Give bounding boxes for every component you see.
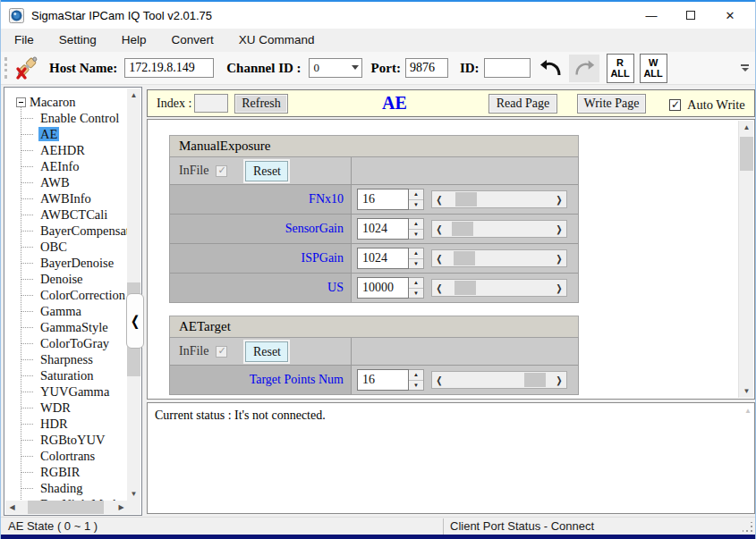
menu-item-setting[interactable]: Setting [47,29,109,52]
infile-checkbox[interactable] [216,346,227,358]
read-all-button[interactable]: R ALL [607,54,634,83]
slider-right-icon[interactable]: ❭ [552,280,566,296]
param-slider[interactable]: ❬❭ [431,371,567,389]
tree-item-rgbir[interactable]: RGBIR [5,464,128,480]
write-page-button[interactable]: Write Page [577,94,646,114]
infile-checkbox[interactable] [216,165,227,177]
tree-item-bayerdenoise[interactable]: BayerDenoise [5,255,128,271]
tree-item-obc[interactable]: OBC [5,239,128,255]
param-value-input[interactable]: 16 [357,369,409,391]
scroll-right-icon[interactable]: ▶ [115,501,128,514]
tree-item-bayercompensation[interactable]: BayerCompensation [5,223,128,239]
spinner-up-icon[interactable]: ▲ [409,219,423,230]
id-input[interactable] [484,58,531,78]
scroll-down-icon[interactable]: ▼ [127,487,140,501]
param-slider[interactable]: ❬❭ [431,249,567,267]
tree-item-yuvgamma[interactable]: YUVGamma [5,383,128,400]
tree-item-shading[interactable]: Shading [5,480,128,496]
panel-collapse-button[interactable]: ❬ [126,293,144,349]
tree-item-ae[interactable]: AE [5,126,128,142]
toolbar-overflow-button[interactable] [741,64,749,72]
auto-write-checkbox[interactable] [669,99,681,111]
toolbar-grip[interactable] [4,57,7,79]
tree-item-saturation[interactable]: Saturation [5,367,128,383]
param-slider[interactable]: ❬❭ [431,190,567,208]
tree-item-rgbtoyuv[interactable]: RGBtoYUV [5,432,128,448]
tree-root-macaron[interactable]: Macaron [5,94,128,110]
tree-item-colortrans[interactable]: Colortrans [5,448,128,464]
slider-thumb[interactable] [524,373,546,387]
param-slider[interactable]: ❬❭ [431,279,567,297]
read-page-button[interactable]: Read Page [488,94,557,114]
slider-left-icon[interactable]: ❬ [432,250,446,266]
spinner-down-icon[interactable]: ▼ [409,230,423,240]
tree-item-awbctcali[interactable]: AWBCTCali [5,206,128,223]
port-input[interactable] [405,58,448,78]
slider-thumb[interactable] [454,281,476,295]
maximize-button[interactable] [671,2,710,29]
spinner-down-icon[interactable]: ▼ [409,289,423,299]
tree-item-awb[interactable]: AWB [5,174,128,190]
param-slider[interactable]: ❬❭ [431,220,567,238]
slider-right-icon[interactable]: ❭ [552,372,566,388]
param-value-input[interactable]: 10000 [357,277,409,299]
menu-item-xu-command[interactable]: XU Command [226,29,327,52]
spinner-down-icon[interactable]: ▼ [409,259,423,269]
disconnect-icon[interactable] [13,55,40,80]
tree-item-gammastyle[interactable]: GammaStyle [5,319,128,335]
tree-item-denoise[interactable]: Denoise [5,271,128,287]
reset-button[interactable]: Reset [245,341,288,362]
resize-grip[interactable] [743,522,753,533]
channel-id-dropdown[interactable]: 0 [309,58,362,78]
param-value-input[interactable]: 1024 [357,248,409,269]
spinner-down-icon[interactable]: ▼ [409,381,423,391]
scroll-down-icon[interactable]: ▼ [739,384,754,398]
close-button[interactable]: ✕ [710,2,750,29]
tree-horizontal-scrollbar[interactable]: ◀ ▶ [5,501,128,514]
slider-right-icon[interactable]: ❭ [552,191,566,207]
slider-thumb[interactable] [455,192,477,206]
tree-item-wdr[interactable]: WDR [5,400,128,416]
slider-right-icon[interactable]: ❭ [552,250,566,266]
tree-hscroll-thumb[interactable] [28,501,104,514]
slider-left-icon[interactable]: ❬ [432,280,446,296]
slider-left-icon[interactable]: ❬ [432,191,446,207]
collapse-node-icon[interactable] [16,97,26,107]
redo-icon[interactable] [569,55,599,82]
spinner-down-icon[interactable]: ▼ [409,200,423,210]
undo-icon[interactable] [538,55,565,81]
tree-item-colortogray[interactable]: ColorToGray [5,335,128,351]
tree-item-colorcorrection[interactable]: ColorCorrection [5,287,128,303]
tree-item-enable-control[interactable]: Enable Control [5,110,128,126]
slider-thumb[interactable] [452,222,473,236]
menu-item-help[interactable]: Help [109,29,159,52]
menu-item-convert[interactable]: Convert [159,29,226,52]
slider-thumb[interactable] [454,251,475,265]
reset-button[interactable]: Reset [245,161,288,181]
tree-item-gamma[interactable]: Gamma [5,303,128,319]
minimize-button[interactable]: — [632,2,671,29]
write-all-button[interactable]: W ALL [640,54,667,83]
slider-left-icon[interactable]: ❬ [432,221,446,237]
spinner-up-icon[interactable]: ▲ [409,248,423,259]
scroll-up-icon[interactable]: ▲ [127,88,140,102]
tree-item-hdr[interactable]: HDR [5,416,128,432]
spinner-up-icon[interactable]: ▲ [409,278,423,289]
scroll-up-icon[interactable]: ▲ [739,121,754,134]
slider-right-icon[interactable]: ❭ [552,221,566,237]
menu-item-file[interactable]: File [2,29,47,52]
refresh-button[interactable]: Refresh [234,94,288,114]
tree-item-aehdr[interactable]: AEHDR [5,142,128,158]
spinner-up-icon[interactable]: ▲ [409,189,423,200]
tree-item-aeinfo[interactable]: AEInfo [5,158,128,174]
spinner-up-icon[interactable]: ▲ [409,370,423,381]
param-value-input[interactable]: 16 [357,189,409,210]
slider-left-icon[interactable]: ❬ [432,372,446,388]
scroll-left-icon[interactable]: ◀ [5,501,19,514]
index-input[interactable] [194,94,228,113]
params-vscroll-thumb[interactable] [740,137,753,171]
status-log-area[interactable]: Current status : It's not connected. ▲ [147,402,755,514]
tree-item-sharpness[interactable]: Sharpness [5,351,128,367]
host-name-input[interactable] [124,58,214,78]
param-value-input[interactable]: 1024 [357,218,409,240]
